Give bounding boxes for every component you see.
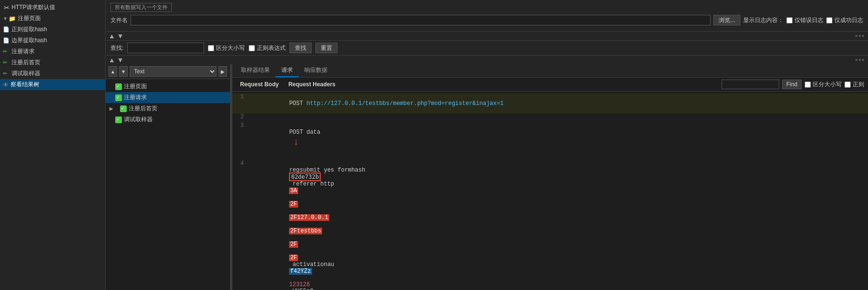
regex-check[interactable] bbox=[249, 45, 255, 51]
sidebar-item-debug-sampler[interactable]: ✏ 调试取样器 bbox=[0, 68, 105, 79]
code-line-3: 3 POST data ↓ bbox=[232, 122, 868, 160]
line-content-4: regsubmit yes formhash 02de732b referer … bbox=[248, 160, 868, 290]
success-log-check[interactable] bbox=[826, 17, 832, 23]
file-section-title: 所有数据写入一个文件 bbox=[110, 3, 172, 12]
code-line-4: 4 regsubmit yes formhash 02de732b refere… bbox=[232, 160, 868, 290]
search-input[interactable] bbox=[127, 43, 204, 53]
tree-item-register-page[interactable]: 注册页面 bbox=[106, 81, 230, 92]
content-area: ▲ ▼ Text HTML JSON XML ▶ 注册页面 bbox=[106, 64, 868, 290]
line-num-2: 2 bbox=[232, 114, 248, 120]
pencil-icon-2: ✏ bbox=[3, 59, 10, 66]
shield-icon-1 bbox=[115, 83, 122, 90]
text-format-select[interactable]: Text HTML JSON XML bbox=[130, 66, 217, 77]
error-log-label: 仅错误日志 bbox=[795, 16, 823, 24]
tab-sampler-results[interactable]: 取样器结果 bbox=[235, 64, 276, 77]
find-case-label: 区分大小写 bbox=[813, 81, 842, 89]
arrow-up-btn[interactable]: ▲ bbox=[108, 32, 115, 40]
sidebar-label-register-request: 注册请求 bbox=[12, 47, 35, 56]
doc-icon-2: 📄 bbox=[3, 37, 10, 44]
sidebar-item-register-after[interactable]: ✏ 注册后首页 bbox=[0, 57, 105, 68]
dots-row-2: ▲ ▼ ••• bbox=[106, 56, 868, 64]
code-area: 1 POST http://127.0.0.1/testbbs/member.p… bbox=[232, 92, 868, 290]
eye-icon: 👁 bbox=[3, 81, 9, 88]
arrow-up-btn-2[interactable]: ▲ bbox=[108, 56, 115, 64]
file-label: 文件名 bbox=[110, 16, 128, 24]
expand-icon-after: ▶ bbox=[109, 106, 114, 111]
right-panel: 取样器结果 请求 响应数据 Request Body Request Heade… bbox=[232, 64, 868, 290]
expand-icon: ▼ bbox=[3, 16, 9, 21]
sidebar-item-extract-hash-regex[interactable]: 📄 正则提取hash bbox=[0, 24, 105, 35]
find-regex-check[interactable] bbox=[844, 81, 851, 88]
error-log-check[interactable] bbox=[786, 17, 793, 23]
find-button[interactable]: 查找 bbox=[289, 43, 312, 53]
arrow-down-btn[interactable]: ▼ bbox=[117, 32, 124, 40]
pencil-icon-3: ✏ bbox=[3, 70, 10, 77]
sidebar-item-extract-hash-boundary[interactable]: 📄 边界提取hash bbox=[0, 35, 105, 46]
highlight-2f127: 2F127.0.0.1 bbox=[289, 214, 329, 221]
collapse-btn-down[interactable]: ▼ bbox=[119, 66, 128, 77]
reset-button[interactable]: 重置 bbox=[315, 43, 338, 53]
success-log-checkbox[interactable]: 仅成功日志 bbox=[826, 16, 863, 24]
code-line-1: 1 POST http://127.0.0.1/testbbs/member.p… bbox=[232, 93, 868, 114]
highlight-f42yz: f42YZz bbox=[289, 268, 312, 275]
collapse-btn-up[interactable]: ▲ bbox=[108, 66, 117, 77]
tree-item-debug-sampler[interactable]: 调试取样器 bbox=[106, 114, 230, 125]
left-panel-top: ▲ ▼ Text HTML JSON XML ▶ bbox=[106, 64, 230, 79]
shield-icon-3 bbox=[120, 105, 127, 112]
tab-request[interactable]: 请求 bbox=[276, 64, 299, 77]
sidebar-item-register-request[interactable]: ✏ 注册请求 bbox=[0, 46, 105, 57]
sidebar-item-register-page[interactable]: ▼ 📁 注册页面 bbox=[0, 13, 105, 24]
search-section: 查找: 区分大小写 正则表达式 查找 重置 bbox=[106, 40, 868, 56]
request-sub-bar: Request Body Request Headers Find 区分大小写 … bbox=[232, 78, 868, 92]
sidebar-item-http-default[interactable]: ✂ HTTP请求默认值 bbox=[0, 2, 105, 13]
success-log-label: 仅成功日志 bbox=[834, 16, 863, 24]
find-btn[interactable]: Find bbox=[782, 80, 802, 89]
main-area: 所有数据写入一个文件 文件名 浏览... 显示日志内容： 仅错误日志 仅成功日志… bbox=[106, 0, 868, 290]
arrow-row: ▲ ▼ ••• bbox=[106, 32, 868, 40]
dots-2: ••• bbox=[855, 56, 865, 64]
case-sensitive-checkbox[interactable]: 区分大小写 bbox=[208, 44, 245, 52]
find-case-check[interactable] bbox=[805, 81, 811, 88]
sidebar-item-http-label: HTTP请求默认值 bbox=[12, 3, 55, 12]
case-check[interactable] bbox=[208, 45, 214, 51]
val-123126: 123126 bbox=[289, 281, 310, 288]
file-input[interactable] bbox=[131, 15, 711, 25]
find-regex-checkbox[interactable]: 正则 bbox=[844, 81, 864, 89]
left-panel: ▲ ▼ Text HTML JSON XML ▶ 注册页面 bbox=[106, 64, 230, 290]
tree-item-register-after[interactable]: ▶ 注册后首页 bbox=[106, 103, 230, 114]
line-content-3: POST data ↓ bbox=[248, 122, 868, 160]
collapse-btn-right[interactable]: ▶ bbox=[218, 66, 227, 77]
highlight-2ftestbbs: 2Ftestbbs bbox=[289, 228, 322, 234]
tab-response[interactable]: 响应数据 bbox=[299, 64, 333, 77]
sidebar-label-view-result: 察看结果树 bbox=[11, 81, 39, 89]
find-input[interactable] bbox=[722, 80, 779, 89]
arrow-down-btn-2[interactable]: ▼ bbox=[117, 56, 124, 64]
error-log-checkbox[interactable]: 仅错误日志 bbox=[786, 16, 823, 24]
tree-label-register-page: 注册页面 bbox=[124, 82, 147, 91]
dots-1: ••• bbox=[855, 32, 865, 40]
sub-tab-body[interactable]: Request Body bbox=[236, 80, 283, 89]
find-row: Find 区分大小写 正则 bbox=[722, 80, 864, 89]
highlight-2f2: 2F bbox=[289, 241, 298, 248]
sidebar-label-debug: 调试取样器 bbox=[12, 70, 40, 78]
doc-icon: 📄 bbox=[3, 26, 10, 33]
code-line-2: 2 bbox=[232, 114, 868, 122]
sub-tab-headers[interactable]: Request Headers bbox=[285, 80, 339, 89]
case-label: 区分大小写 bbox=[216, 44, 245, 52]
line-num-4: 4 bbox=[232, 160, 248, 167]
pencil-icon-1: ✏ bbox=[3, 48, 10, 55]
sidebar-item-view-result[interactable]: 👁 察看结果树 bbox=[0, 79, 105, 90]
browse-button[interactable]: 浏览... bbox=[713, 15, 740, 25]
shield-icon-2 bbox=[115, 94, 122, 101]
find-case-checkbox[interactable]: 区分大小写 bbox=[805, 81, 842, 89]
tree-label-register-after: 注册后首页 bbox=[129, 104, 157, 113]
highlight-2f: 2F bbox=[289, 201, 298, 208]
search-label: 查找: bbox=[110, 44, 123, 52]
regex-checkbox[interactable]: 正则表达式 bbox=[249, 44, 286, 52]
regex-label: 正则表达式 bbox=[257, 44, 286, 52]
line-num-1: 1 bbox=[232, 93, 248, 100]
sidebar: ✂ HTTP请求默认值 ▼ 📁 注册页面 📄 正则提取hash 📄 边界提取ha… bbox=[0, 0, 106, 290]
tree-label-register-request: 注册请求 bbox=[124, 93, 147, 102]
shield-icon-4 bbox=[115, 116, 122, 123]
tree-item-register-request[interactable]: 注册请求 bbox=[106, 92, 230, 103]
